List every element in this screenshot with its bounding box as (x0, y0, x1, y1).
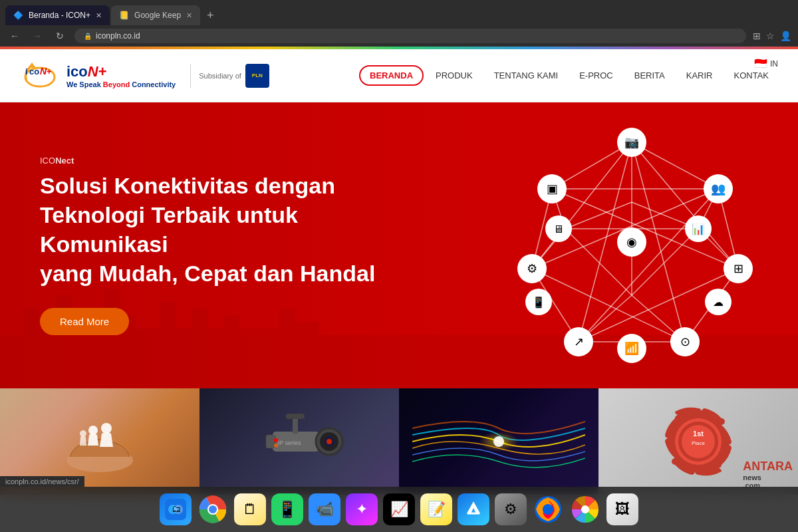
dock-zoom[interactable]: 📹 (309, 493, 340, 525)
card-award[interactable]: 1st Place ANTARA news .com (598, 388, 798, 495)
dock-notchmeister[interactable]: ✦ (346, 493, 378, 525)
tab-label: Beranda - ICON+ (29, 11, 90, 20)
svg-text:📶: 📶 (624, 341, 640, 356)
logo-area: i co N + icoN+ We Speak Beyond Connectiv… (20, 56, 269, 96)
lock-icon: 🔒 (84, 33, 92, 40)
read-more-button[interactable]: Read More (40, 308, 129, 335)
svg-text:📱: 📱 (532, 296, 545, 309)
svg-line-13 (532, 142, 632, 269)
logo-svg: i co N + (20, 56, 60, 96)
svg-point-95 (581, 505, 589, 513)
svg-text:☁: ☁ (713, 297, 724, 308)
forward-button[interactable]: → (29, 31, 45, 41)
subsidiary-area: Subsidiary of PLN (190, 64, 269, 88)
hero-ico: ICO (40, 156, 55, 166)
svg-text:Place: Place (692, 440, 706, 446)
svg-text:↗: ↗ (574, 335, 584, 348)
language-selector[interactable]: 🇮🇩 IN (754, 57, 778, 70)
dock-finder[interactable]: 🗂 (160, 493, 192, 525)
logo-plus: + (98, 63, 107, 80)
status-url: iconpln.co.id/news/csr/ (5, 477, 79, 485)
tab-close-keep-icon[interactable]: ✕ (186, 11, 192, 20)
cctv-graphic: IP series (253, 408, 346, 475)
svg-text:▣: ▣ (547, 182, 558, 196)
nav-beranda[interactable]: BERANDA (359, 65, 424, 86)
refresh-button[interactable]: ↻ (52, 31, 68, 41)
browser-chrome: 🔷 Beranda - ICON+ ✕ 📒 Google Keep ✕ + ← … (0, 0, 798, 47)
svg-line-24 (565, 202, 632, 229)
svg-text:1st: 1st (693, 430, 704, 438)
nav-karir[interactable]: KARIR (677, 66, 722, 84)
logo-n: N (88, 63, 98, 80)
hero-banner: ICONect Solusi Konektivitas denganTeknol… (0, 102, 798, 388)
svg-line-17 (579, 189, 718, 342)
url-text: iconpln.co.id (96, 31, 140, 41)
dock-notes2[interactable]: 📝 (420, 493, 452, 525)
language-label: IN (770, 59, 778, 68)
hero-title: Solusi Konektivitas denganTeknologi Terb… (40, 171, 399, 289)
dock-preview[interactable]: 🖼 (606, 493, 638, 525)
svg-line-6 (632, 142, 718, 189)
dock-chrome[interactable] (197, 493, 229, 525)
address-bar[interactable]: 🔒 iconpln.co.id (74, 29, 746, 43)
dock-whatsapp[interactable]: 📱 (271, 493, 303, 525)
tab-bar: 🔷 Beranda - ICON+ ✕ 📒 Google Keep ✕ + (0, 0, 798, 25)
svg-text:⊞: ⊞ (733, 262, 743, 275)
svg-text:🖥: 🖥 (553, 223, 564, 235)
dock-stocks[interactable]: 📈 (383, 493, 415, 525)
svg-text:📷: 📷 (624, 135, 640, 150)
svg-point-93 (543, 504, 553, 515)
network-globe-svg: 📷 👥 ⊞ 📊 ☁ ⊙ 📶 (492, 122, 771, 375)
tab-close-icon[interactable]: ✕ (96, 11, 102, 20)
subsidiary-label: Subsidiary of (199, 72, 241, 80)
pln-logo: PLN (245, 64, 269, 88)
hero-content: ICONect Solusi Konektivitas denganTeknol… (0, 129, 439, 362)
dock-photos[interactable] (569, 493, 601, 525)
dock-firefox[interactable] (532, 493, 564, 525)
svg-point-63 (88, 426, 98, 435)
back-button[interactable]: ← (7, 31, 23, 41)
logo-brand: icoN+ (66, 63, 176, 80)
svg-text:co: co (29, 66, 39, 76)
new-tab-button[interactable]: + (201, 9, 219, 23)
svg-text:🗂: 🗂 (172, 503, 181, 514)
profile-icon[interactable]: 👤 (780, 31, 791, 41)
address-bar-row: ← → ↻ 🔒 iconpln.co.id ⊞ ☆ 👤 (0, 25, 798, 47)
hero-subtitle: ICONect (40, 156, 399, 166)
nav-berita[interactable]: BERITA (625, 66, 674, 84)
nav-eproc[interactable]: E-PROC (570, 66, 622, 84)
antara-watermark: ANTARA news .com (743, 460, 793, 489)
logo-ico: ico (66, 63, 88, 80)
nav-menu: BERANDA PRODUK TENTANG KAMI E-PROC BERIT… (359, 65, 778, 86)
card-fiber[interactable] (399, 388, 598, 495)
image-cards-row: IP series (0, 388, 798, 495)
pln-label: PLN (252, 72, 263, 78)
dock-notes-app[interactable]: 🗒 (234, 493, 266, 525)
browser-actions: ⊞ ☆ 👤 (753, 31, 791, 41)
tab-beranda[interactable]: 🔷 Beranda - ICON+ ✕ (5, 5, 110, 25)
tab-favicon: 🔷 (13, 11, 23, 20)
bookmark-icon[interactable]: ☆ (766, 31, 775, 41)
hero-graphic: 📷 👥 ⊞ 📊 ☁ ⊙ 📶 (492, 122, 771, 375)
svg-point-90 (209, 505, 217, 513)
svg-text:◉: ◉ (626, 235, 637, 249)
site-header: i co N + icoN+ We Speak Beyond Connectiv… (0, 49, 798, 102)
dock-system-prefs[interactable]: ⚙ (495, 493, 527, 525)
svg-text:IP series: IP series (278, 440, 301, 446)
csr-graphic (60, 407, 140, 473)
tab-google-keep[interactable]: 📒 Google Keep ✕ (111, 5, 200, 25)
translate-icon[interactable]: ⊞ (753, 31, 761, 41)
logo-text: icoN+ We Speak Beyond Connectivity (66, 63, 176, 88)
flag-icon: 🇮🇩 (754, 57, 767, 70)
logo-slogan: We Speak Beyond Connectivity (66, 80, 176, 88)
nav-produk[interactable]: PRODUK (426, 66, 482, 84)
card-cctv[interactable]: IP series (200, 388, 399, 495)
tab-label-keep: Google Keep (134, 11, 181, 20)
website-content: i co N + icoN+ We Speak Beyond Connectiv… (0, 49, 798, 495)
mac-dock: 🗂 🗒 📱 📹 ✦ 📈 📝 ⚙ (0, 487, 798, 532)
dock-appstore[interactable] (458, 493, 489, 525)
status-bar: iconpln.co.id/news/csr/ (0, 476, 84, 487)
svg-text:📊: 📊 (692, 223, 705, 235)
svg-point-64 (101, 423, 112, 434)
nav-tentang-kami[interactable]: TENTANG KAMI (485, 66, 568, 84)
